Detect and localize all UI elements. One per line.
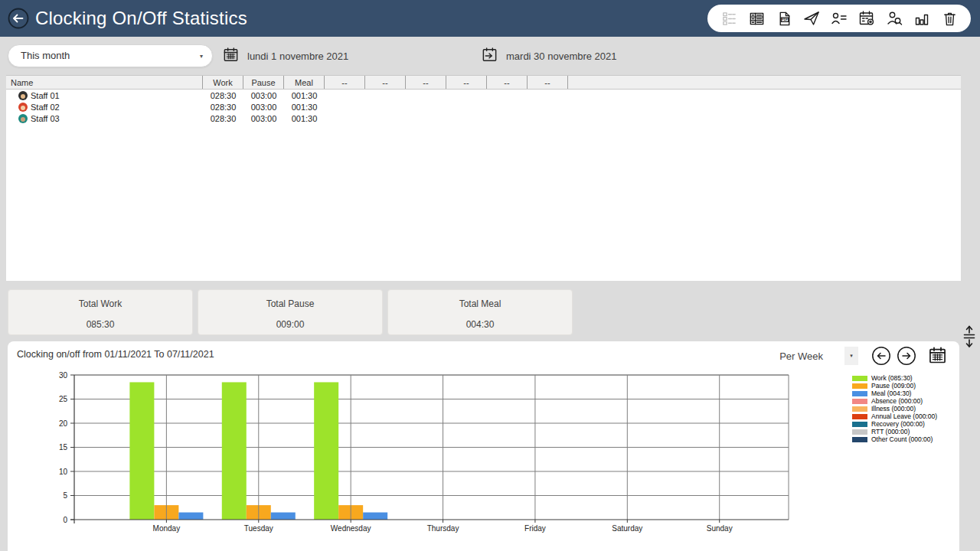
legend-label: Recovery (000:00) [871, 420, 925, 428]
y-axis-tick-label: 30 [59, 371, 68, 380]
period-dropdown-value: This month [21, 50, 70, 61]
column-header-filler [568, 76, 961, 89]
legend-label: RTT (000:00) [871, 428, 910, 435]
end-date-calendar-icon[interactable] [481, 46, 498, 67]
avatar-face [21, 117, 25, 122]
column-header-name[interactable]: Name [6, 76, 203, 89]
column-header-pause[interactable]: Pause [243, 76, 284, 89]
x-axis-category-label: Thursday [427, 524, 459, 533]
start-date-calendar-icon[interactable] [222, 46, 240, 67]
legend-swatch [852, 383, 867, 389]
x-axis-category-label: Friday [524, 524, 546, 533]
column-header-meal[interactable]: Meal [284, 76, 325, 89]
back-button[interactable] [8, 8, 29, 29]
staff-search-icon[interactable] [882, 6, 906, 31]
chart-calendar-icon[interactable] [926, 345, 949, 367]
svg-text:PDF: PDF [781, 18, 788, 21]
chart-bar [222, 382, 247, 520]
total-work-label: Total Work [8, 298, 192, 309]
column-header-empty-7[interactable]: -- [446, 76, 487, 89]
chart-panel: Clocking on/off from 01/11/2021 To 07/11… [8, 341, 959, 551]
calendar-settings-icon[interactable] [854, 6, 879, 31]
totals-row: Total Work 085:30 Total Pause 009:00 Tot… [0, 289, 980, 335]
legend-label: Other Count (000:00) [871, 435, 933, 443]
filter-row: This month ▾ lundi 1 novembre 2021 [0, 37, 980, 75]
staff-name-cell: Staff 02 [6, 103, 203, 112]
avatar-face [21, 106, 25, 110]
pause-value-cell: 003:00 [243, 103, 284, 112]
chart-bar [129, 382, 154, 520]
table-row[interactable]: Staff 03028:30003:00001:30 [6, 112, 961, 124]
staff-name-cell: Staff 03 [6, 114, 203, 123]
table-header: NameWorkPauseMeal------------ [6, 75, 961, 90]
chart-bar [178, 513, 203, 520]
bar-chart-icon[interactable] [910, 6, 934, 31]
next-period-button[interactable] [897, 346, 916, 366]
legend-swatch [852, 414, 867, 419]
end-date-group: mardi 30 novembre 2021 [481, 37, 617, 75]
legend-item: Recovery (000:00) [852, 421, 937, 427]
legend-swatch [852, 406, 867, 412]
panel-resize-handle-icon[interactable] [961, 324, 978, 349]
staff-name-cell: Staff 01 [6, 91, 203, 100]
chart-bar [271, 513, 296, 520]
total-work-card: Total Work 085:30 [8, 289, 193, 335]
toolbar: PDF [707, 5, 971, 32]
table-row[interactable]: Staff 01028:30003:00001:30 [6, 90, 961, 101]
checklist-icon[interactable] [717, 6, 741, 31]
pdf-export-icon[interactable]: PDF [772, 6, 796, 31]
total-meal-card: Total Meal 004:30 [387, 289, 573, 335]
legend-label: Work (085:30) [871, 374, 913, 382]
avatar-face [21, 94, 25, 99]
y-axis-tick-label: 5 [63, 491, 67, 500]
chart-bar [363, 513, 387, 520]
y-axis-tick-label: 15 [59, 443, 68, 452]
y-axis-tick-label: 20 [59, 419, 68, 428]
previous-period-button[interactable] [871, 346, 891, 366]
column-header-empty-6[interactable]: -- [406, 76, 446, 89]
column-header-empty-5[interactable]: -- [365, 76, 406, 89]
column-header-empty-8[interactable]: -- [487, 76, 528, 89]
legend-label: Annual Leave (000:00) [871, 412, 937, 420]
staff-list-icon[interactable] [827, 6, 851, 31]
legend-swatch [852, 437, 867, 442]
total-work-value: 085:30 [8, 319, 192, 330]
legend-swatch [852, 429, 867, 435]
column-header-work[interactable]: Work [203, 76, 243, 89]
x-axis-category-label: Wednesday [331, 524, 371, 533]
legend-item: Pause (009:00) [852, 383, 937, 389]
y-axis-tick-label: 10 [59, 468, 68, 476]
pause-value-cell: 003:00 [243, 114, 284, 123]
period-dropdown[interactable]: This month ▾ [8, 44, 213, 67]
legend-swatch [852, 376, 867, 381]
legend-item: Absence (000:00) [852, 398, 937, 404]
avatar [18, 103, 28, 112]
column-header-empty-4[interactable]: -- [325, 76, 365, 89]
pause-value-cell: 003:00 [243, 91, 284, 100]
chart-period-dropdown[interactable]: ▾ [844, 347, 858, 365]
column-header-empty-9[interactable]: -- [528, 76, 568, 89]
x-axis-category-label: Saturday [612, 524, 642, 533]
table-view-icon[interactable] [744, 6, 769, 31]
avatar [18, 91, 28, 100]
x-axis-category-label: Monday [153, 524, 181, 533]
total-pause-label: Total Pause [198, 298, 382, 309]
staff-name: Staff 01 [31, 91, 60, 100]
chart-period-value: Per Week [779, 350, 823, 362]
chevron-down-icon: ▾ [200, 46, 203, 67]
bar-chart: 051015202530MondayTuesdayWednesdayThursd… [8, 369, 842, 546]
total-pause-card: Total Pause 009:00 [198, 289, 383, 335]
legend-label: Illness (000:00) [871, 405, 916, 412]
legend-swatch [852, 422, 867, 427]
work-value-cell: 028:30 [203, 103, 243, 112]
chart-legend: Work (085:30)Pause (009:00)Meal (004:30)… [852, 375, 937, 442]
table-row[interactable]: Staff 02028:30003:00001:30 [6, 101, 961, 112]
page-title: Clocking On/Off Statistics [35, 0, 247, 37]
work-value-cell: 028:30 [203, 91, 243, 100]
end-date-text: mardi 30 novembre 2021 [506, 51, 617, 62]
x-axis-category-label: Sunday [707, 524, 733, 533]
trash-icon[interactable] [937, 6, 962, 31]
chart-controls: Per Week ▾ [779, 344, 949, 367]
send-icon[interactable] [799, 6, 824, 31]
start-date-text: lundi 1 novembre 2021 [247, 51, 348, 62]
